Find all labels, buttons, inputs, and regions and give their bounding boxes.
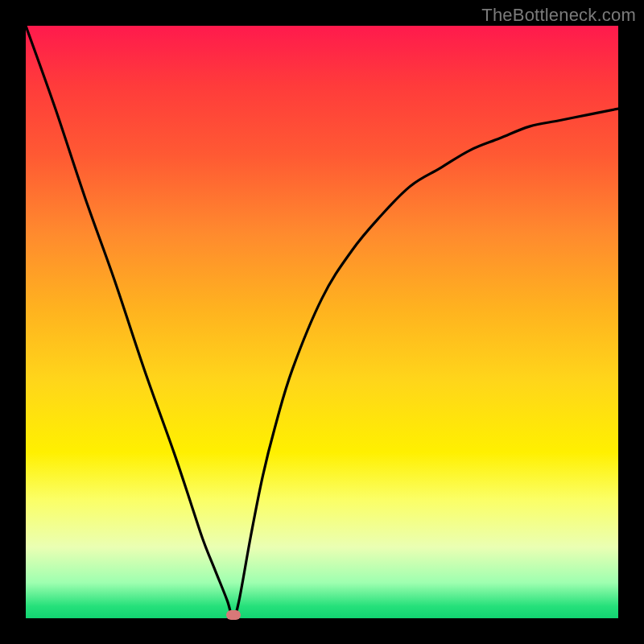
curve-svg [26,26,618,618]
plot-area [26,26,618,618]
bottleneck-curve [26,26,618,618]
chart-frame: TheBottleneck.com [0,0,644,644]
optimal-point-marker [226,610,241,620]
watermark-text: TheBottleneck.com [481,5,636,26]
